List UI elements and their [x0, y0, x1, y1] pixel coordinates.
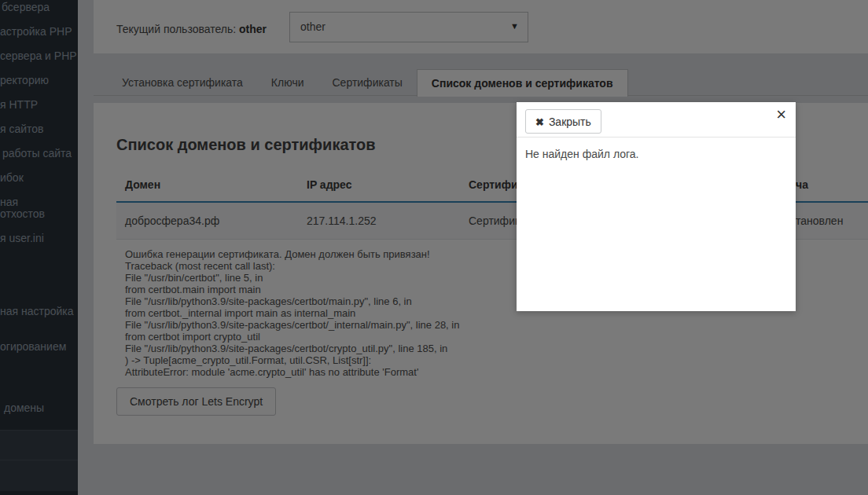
modal-corner-close-icon[interactable]: ×: [776, 106, 786, 123]
modal-close-button[interactable]: ✖Закрыть: [525, 109, 601, 134]
log-modal: ✖Закрыть × Не найден файл лога.: [517, 102, 796, 311]
modal-body-text: Не найден файл лога.: [525, 148, 638, 160]
modal-close-button-label: Закрыть: [549, 116, 591, 128]
modal-header: ✖Закрыть ×: [517, 102, 796, 138]
close-icon: ✖: [535, 116, 544, 128]
